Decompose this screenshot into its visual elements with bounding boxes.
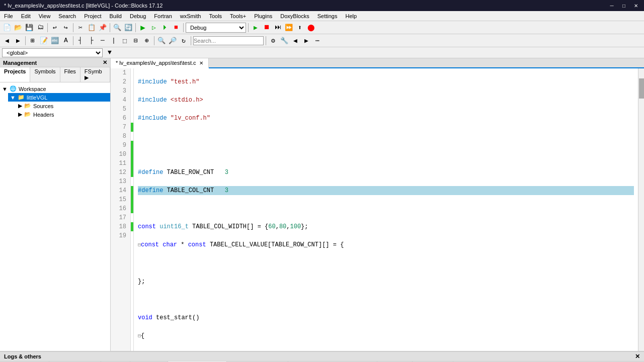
menu-wxsmith[interactable]: wxSmith bbox=[176, 12, 205, 20]
global-selector[interactable]: <global> bbox=[2, 48, 103, 57]
tb2-btn5[interactable]: 🔤 bbox=[50, 36, 60, 46]
copy-button[interactable]: 📋 bbox=[87, 23, 97, 33]
code-line-13 bbox=[138, 295, 634, 304]
line-numbers: 12345 678910 1112131415 16171819 bbox=[111, 68, 131, 351]
tb2-btn3[interactable]: ⊞ bbox=[28, 36, 38, 46]
management-header: Management ✕ bbox=[0, 58, 110, 67]
tree-workspace[interactable]: ▼ 🌐 Workspace bbox=[0, 84, 110, 93]
project-tree: ▼ 🌐 Workspace ▼ 📁 littleVGL ▶ 📂 Sources … bbox=[0, 82, 110, 351]
stop-button[interactable]: ■ bbox=[171, 23, 181, 33]
menu-file[interactable]: File bbox=[0, 12, 17, 20]
new-button[interactable]: 📄 bbox=[2, 23, 12, 33]
headers-expand-icon: ▶ bbox=[18, 111, 22, 118]
titlebar: * lv_examples\lv_apps\test\test.c [littl… bbox=[0, 0, 644, 11]
tb2-btn6[interactable]: A bbox=[61, 36, 71, 46]
tb2-btn8[interactable]: ├ bbox=[87, 36, 97, 46]
code-vertical-scrollbar[interactable] bbox=[638, 68, 644, 351]
toolbar1: 📄 📂 💾 🗂 ↩ ↪ ✂ 📋 📌 🔍 🔄 ▶ ▷ ⏵ ■ Debug ▶ ⏹ … bbox=[0, 21, 644, 34]
code-line-8 bbox=[138, 204, 634, 213]
menu-doxyblocks[interactable]: DoxyBlocks bbox=[276, 12, 313, 20]
tb2-btn1[interactable]: ◀ bbox=[2, 36, 12, 46]
tb2-btn10[interactable]: | bbox=[109, 36, 119, 46]
tb2-btn9[interactable]: ─ bbox=[98, 36, 108, 46]
menu-fortran[interactable]: Fortran bbox=[150, 12, 176, 20]
debug-stop-button[interactable]: ⏹ bbox=[262, 23, 272, 33]
editor-tabstrip: * lv_examples\lv_apps\test\test.c ✕ bbox=[111, 58, 644, 68]
build-target-select[interactable]: Debug bbox=[186, 23, 246, 33]
headers-label: Headers bbox=[33, 112, 54, 118]
code-line-6: #define TABLE_ROW_CNT 3 bbox=[138, 168, 634, 177]
menu-tools-plus[interactable]: Tools+ bbox=[226, 12, 250, 20]
tb2-refresh[interactable]: ↻ bbox=[179, 36, 189, 46]
editor-tab-label: * lv_examples\lv_apps\test\test.c bbox=[116, 60, 196, 66]
menu-project[interactable]: Project bbox=[80, 12, 105, 20]
build-run-button[interactable]: ⏵ bbox=[160, 23, 170, 33]
menu-debug[interactable]: Debug bbox=[126, 12, 150, 20]
tree-sources[interactable]: ▶ 📂 Sources bbox=[16, 102, 110, 110]
tb2-zoom-out[interactable]: 🔎 bbox=[168, 36, 178, 46]
workspace-folder-icon: 🌐 bbox=[10, 85, 17, 92]
code-line-14: void test_start() bbox=[138, 313, 634, 322]
sidebar: Management ✕ Projects Symbols Files FSym… bbox=[0, 58, 111, 351]
editor-tab-0[interactable]: * lv_examples\lv_apps\test\test.c ✕ bbox=[111, 58, 209, 68]
search-input[interactable] bbox=[193, 36, 264, 45]
tab-symbols[interactable]: Symbols bbox=[30, 67, 60, 82]
tb2-btn4[interactable]: 📝 bbox=[39, 36, 49, 46]
menu-search[interactable]: Search bbox=[54, 12, 80, 20]
maximize-button[interactable]: □ bbox=[620, 2, 628, 10]
menu-build[interactable]: Build bbox=[105, 12, 125, 20]
tb2-settings[interactable]: ⚙ bbox=[268, 36, 278, 46]
tab-close-icon[interactable]: ✕ bbox=[199, 60, 203, 66]
logs-close-btn[interactable]: ✕ bbox=[635, 353, 640, 360]
code-vscroll-thumb[interactable] bbox=[639, 78, 644, 99]
breakpoint-button[interactable]: ⬤ bbox=[306, 23, 316, 33]
undo-button[interactable]: ↩ bbox=[50, 23, 60, 33]
tab-fsymb[interactable]: FSymb ▶ bbox=[80, 67, 110, 82]
tb2-nav-fwd[interactable]: ▶ bbox=[301, 36, 311, 46]
save-button[interactable]: 💾 bbox=[24, 23, 34, 33]
debug-out-button[interactable]: ⬆ bbox=[295, 23, 305, 33]
tb2-nav-back[interactable]: ◀ bbox=[290, 36, 300, 46]
code-line-1: #include "test.h" bbox=[138, 77, 634, 86]
menu-settings[interactable]: Settings bbox=[313, 12, 342, 20]
redo-button[interactable]: ↪ bbox=[61, 23, 71, 33]
debug-over-button[interactable]: ⏩ bbox=[284, 23, 294, 33]
code-container[interactable]: 12345 678910 1112131415 16171819 bbox=[111, 68, 644, 351]
global-bar: <global> ▼ bbox=[0, 47, 644, 58]
debug-start-button[interactable]: ▶ bbox=[251, 23, 261, 33]
tb2-btn7[interactable]: ┤ bbox=[75, 36, 86, 46]
replace-button[interactable]: 🔄 bbox=[123, 23, 133, 33]
tb2-btn2[interactable]: ▶ bbox=[13, 36, 23, 46]
tb2-zoom-in[interactable]: 🔍 bbox=[156, 36, 167, 46]
tree-headers[interactable]: ▶ 📂 Headers bbox=[16, 110, 110, 119]
littlevgl-folder-icon: 📁 bbox=[18, 94, 25, 101]
open-button[interactable]: 📂 bbox=[13, 23, 23, 33]
tab-projects[interactable]: Projects bbox=[0, 67, 30, 82]
run-button[interactable]: ▷ bbox=[149, 23, 159, 33]
sidebar-tabbar: Projects Symbols Files FSymb ▶ bbox=[0, 67, 110, 82]
menubar: File Edit View Search Project Build Debu… bbox=[0, 11, 644, 21]
build-button[interactable]: ▶ bbox=[138, 23, 148, 33]
tb2-wrench[interactable]: 🔧 bbox=[279, 36, 289, 46]
menu-view[interactable]: View bbox=[35, 12, 55, 20]
tb2-btn13[interactable]: ⊕ bbox=[142, 36, 152, 46]
code-lines[interactable]: #include "test.h" #include <stdio.h> #in… bbox=[134, 68, 638, 351]
tb2-btn11[interactable]: ⬚ bbox=[120, 36, 130, 46]
minimize-button[interactable]: ─ bbox=[608, 2, 616, 10]
find-button[interactable]: 🔍 bbox=[112, 23, 122, 33]
tb2-btn12[interactable]: ⊟ bbox=[131, 36, 141, 46]
menu-help[interactable]: Help bbox=[341, 12, 361, 20]
debug-step-button[interactable]: ⏭ bbox=[273, 23, 283, 33]
menu-edit[interactable]: Edit bbox=[17, 12, 35, 20]
tab-files[interactable]: Files bbox=[60, 67, 80, 82]
global-dropdown-btn[interactable]: ▼ bbox=[105, 48, 115, 58]
save-all-button[interactable]: 🗂 bbox=[35, 23, 45, 33]
tb2-extras[interactable]: ⋯ bbox=[312, 36, 323, 46]
tree-littlevgl[interactable]: ▼ 📁 littleVGL bbox=[8, 93, 110, 102]
menu-plugins[interactable]: Plugins bbox=[250, 12, 276, 20]
close-button[interactable]: ✕ bbox=[632, 2, 640, 10]
paste-button[interactable]: 📌 bbox=[98, 23, 108, 33]
menu-tools[interactable]: Tools bbox=[205, 12, 226, 20]
management-close[interactable]: ✕ bbox=[103, 59, 107, 66]
cut-button[interactable]: ✂ bbox=[75, 23, 86, 33]
